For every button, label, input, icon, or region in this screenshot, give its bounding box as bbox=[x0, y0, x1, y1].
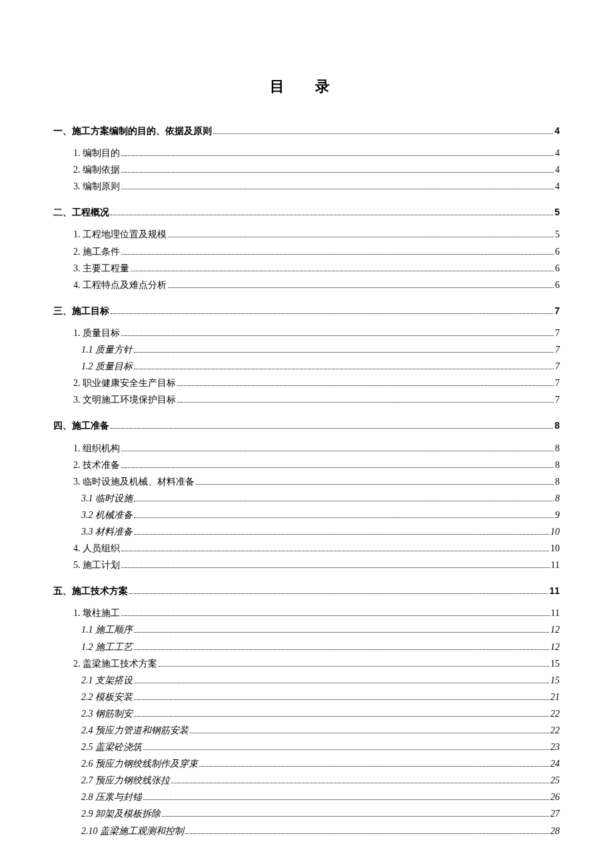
toc-entry: 五、施工技术方案11 bbox=[53, 583, 560, 599]
toc-entry: 2. 编制依据4 bbox=[53, 162, 560, 177]
toc-page-number: 9 bbox=[555, 507, 560, 523]
toc-label: 3. 临时设施及机械、材料准备 bbox=[73, 474, 195, 489]
toc-label: 2.3 钢筋制安 bbox=[81, 706, 133, 721]
toc-leader-dots bbox=[177, 397, 554, 403]
toc-entry: 一、施工方案编制的目的、依据及原则4 bbox=[53, 123, 560, 139]
toc-leader-dots bbox=[111, 210, 553, 215]
toc-label: 1. 编制目的 bbox=[73, 145, 120, 161]
toc-entry: 3.2 机械准备9 bbox=[53, 507, 560, 523]
toc-leader-dots bbox=[168, 282, 554, 287]
toc-label: 1.2 施工工艺 bbox=[81, 639, 133, 655]
toc-entry: 3.3 材料准备10 bbox=[53, 524, 560, 539]
toc-entry: 1.2 施工工艺12 bbox=[53, 639, 560, 655]
toc-leader-dots bbox=[121, 611, 550, 616]
toc-entry: 1.2 质量目标7 bbox=[53, 359, 560, 374]
toc-page-number: 4 bbox=[555, 162, 560, 177]
toc-leader-dots bbox=[134, 347, 554, 353]
toc-entry: 2.9 卸架及模板拆除27 bbox=[53, 806, 560, 821]
toc-leader-dots bbox=[213, 129, 553, 134]
toc-leader-dots bbox=[162, 811, 549, 817]
toc-leader-dots bbox=[131, 265, 554, 271]
toc-page-number: 7 bbox=[554, 303, 560, 319]
toc-label: 3. 主要工程量 bbox=[73, 261, 129, 276]
toc-label: 2.2 模板安装 bbox=[81, 689, 133, 705]
toc-label: 3.1 临时设施 bbox=[81, 491, 133, 506]
toc-page-number: 8 bbox=[554, 418, 560, 433]
toc-leader-dots bbox=[190, 728, 549, 733]
toc-leader-dots bbox=[121, 151, 554, 156]
toc-entry: 2.3 钢筋制安22 bbox=[53, 706, 560, 721]
toc-label: 2.9 卸架及模板拆除 bbox=[81, 806, 161, 821]
toc-leader-dots bbox=[121, 563, 550, 568]
page-title: 目 录 bbox=[53, 77, 560, 97]
toc-label: 二、工程概况 bbox=[53, 205, 109, 220]
toc-entry: 3. 临时设施及机械、材料准备8 bbox=[53, 474, 560, 489]
toc-leader-dots bbox=[143, 795, 549, 800]
toc-page-number: 7 bbox=[555, 359, 560, 374]
toc-page-number: 15 bbox=[550, 656, 560, 671]
toc-label: 1. 工程地理位置及规模 bbox=[73, 227, 167, 242]
toc-label: 4. 人员组织 bbox=[73, 541, 120, 556]
toc-page-number: 15 bbox=[550, 673, 560, 688]
toc-page-number: 5 bbox=[554, 205, 560, 220]
toc-leader-dots bbox=[134, 711, 549, 717]
toc-page-number: 4 bbox=[555, 179, 560, 194]
toc-leader-dots bbox=[171, 778, 549, 783]
toc-label: 3.2 机械准备 bbox=[81, 507, 133, 523]
toc-page-number: 11 bbox=[551, 605, 560, 621]
toc-label: 2.7 预应力钢绞线张拉 bbox=[81, 773, 170, 788]
toc-entry: 二、工程概况5 bbox=[53, 205, 560, 220]
toc-leader-dots bbox=[121, 167, 554, 173]
toc-page-number: 23 bbox=[550, 739, 560, 755]
toc-label: 3. 编制原则 bbox=[73, 179, 120, 194]
toc-page-number: 8 bbox=[555, 457, 560, 473]
toc-label: 2. 编制依据 bbox=[73, 162, 120, 177]
toc-label: 四、施工准备 bbox=[53, 418, 109, 433]
toc-entry: 3. 文明施工环境保护目标7 bbox=[53, 392, 560, 407]
toc-leader-dots bbox=[129, 589, 548, 594]
toc-entry: 四、施工准备8 bbox=[53, 418, 560, 433]
toc-leader-dots bbox=[121, 331, 554, 336]
toc-page-number: 21 bbox=[550, 689, 560, 705]
toc-label: 三、施工目标 bbox=[53, 303, 109, 319]
toc-page-number: 22 bbox=[550, 706, 560, 721]
toc-page-number: 24 bbox=[550, 756, 560, 771]
toc-leader-dots bbox=[168, 232, 554, 237]
toc-page-number: 5 bbox=[555, 227, 560, 242]
toc-entry: 1. 墩柱施工11 bbox=[53, 605, 560, 621]
toc-page-number: 4 bbox=[555, 145, 560, 161]
toc-label: 2.6 预应力钢绞线制作及穿束 bbox=[81, 756, 198, 771]
toc-page-number: 28 bbox=[550, 823, 560, 839]
toc-label: 1. 墩柱施工 bbox=[73, 605, 120, 621]
toc-label: 3.3 材料准备 bbox=[81, 524, 133, 539]
toc-page-number: 12 bbox=[550, 622, 560, 637]
toc-label: 2.1 支架搭设 bbox=[81, 673, 133, 688]
toc-page-number: 10 bbox=[550, 541, 560, 556]
toc-leader-dots bbox=[134, 529, 549, 535]
toc-label: 2. 施工条件 bbox=[73, 244, 120, 259]
toc-entry: 1. 工程地理位置及规模5 bbox=[53, 227, 560, 242]
toc-label: 2.8 压浆与封锚 bbox=[81, 789, 142, 805]
toc-entry: 2. 技术准备8 bbox=[53, 457, 560, 473]
toc-page-number: 25 bbox=[550, 773, 560, 788]
toc-leader-dots bbox=[111, 423, 553, 429]
toc-entry: 2. 施工条件6 bbox=[53, 244, 560, 259]
toc-leader-dots bbox=[196, 479, 554, 484]
toc-entry: 三、施工目标7 bbox=[53, 303, 560, 319]
toc-label: 4. 工程特点及难点分析 bbox=[73, 277, 167, 293]
toc-entry: 3. 编制原则4 bbox=[53, 179, 560, 194]
toc-label: 5. 施工计划 bbox=[73, 557, 120, 573]
toc-leader-dots bbox=[177, 381, 554, 386]
toc-entry: 4. 工程特点及难点分析6 bbox=[53, 277, 560, 293]
toc-entry: 3. 主要工程量6 bbox=[53, 261, 560, 276]
toc-entry: 2.2 模板安装21 bbox=[53, 689, 560, 705]
toc-label: 一、施工方案编制的目的、依据及原则 bbox=[53, 123, 212, 139]
toc-entry: 2.6 预应力钢绞线制作及穿束24 bbox=[53, 756, 560, 771]
toc-leader-dots bbox=[121, 184, 554, 189]
toc-page-number: 6 bbox=[555, 277, 560, 293]
toc-page-number: 7 bbox=[555, 325, 560, 341]
toc-label: 1. 组织机构 bbox=[73, 441, 120, 456]
toc-page-number: 4 bbox=[554, 123, 560, 139]
toc-page-number: 8 bbox=[555, 474, 560, 489]
toc-leader-dots bbox=[143, 745, 549, 750]
